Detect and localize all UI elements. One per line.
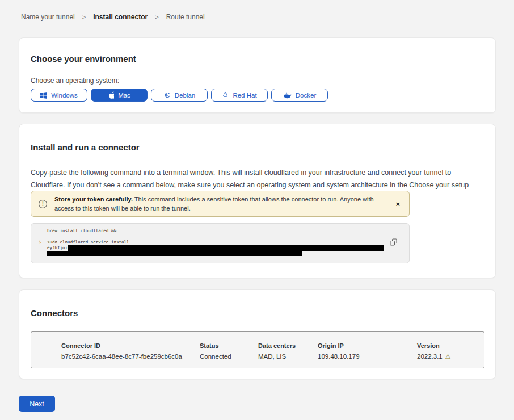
apple-icon: [108, 91, 114, 99]
os-button-label: Red Hat: [233, 92, 256, 99]
breadcrumb-install-connector[interactable]: Install connector: [93, 13, 148, 21]
close-icon[interactable]: ×: [393, 200, 402, 208]
token-prefix: eyJhIjoiO: [47, 245, 70, 250]
warning-triangle-icon: ⚠: [445, 354, 451, 360]
token-redaction-bar: [47, 251, 302, 256]
install-command-block: brew install cloudflared && $ sudo cloud…: [31, 223, 410, 263]
status-badge: Connected: [200, 353, 231, 360]
installer-card-title: Install and run a connector: [31, 142, 140, 152]
token-warning-text: Store your token carefully. This command…: [54, 195, 386, 213]
token-warning-banner: ! Store your token carefully. This comma…: [31, 191, 410, 217]
os-button-mac[interactable]: Mac: [91, 89, 148, 102]
os-select-label: Choose an operating system:: [31, 77, 119, 85]
command-line-1: brew install cloudflared &&: [47, 228, 116, 233]
token-warning-title: Store your token carefully.: [54, 196, 133, 203]
tunnel-setup-page: Name your tunnel > Install connector > R…: [0, 0, 514, 420]
breadcrumb-route-tunnel[interactable]: Route tunnel: [166, 13, 205, 21]
data-centers-value: MAD, LIS: [258, 353, 286, 360]
copy-icon[interactable]: [390, 238, 397, 246]
next-button[interactable]: Next: [19, 396, 55, 412]
column-header-data-centers: Data centers: [258, 342, 296, 349]
os-button-redhat[interactable]: Red Hat: [211, 89, 268, 102]
os-button-group: Windows Mac Debian Red Hat: [31, 89, 328, 102]
token-redaction-bar: [68, 245, 384, 251]
os-button-label: Mac: [118, 92, 130, 99]
connectors-card-title: Connectors: [31, 308, 78, 318]
os-button-docker[interactable]: Docker: [271, 89, 328, 102]
redhat-icon: [222, 91, 229, 99]
choose-environment-card: Choose your environment Choose an operat…: [19, 37, 496, 113]
install-connector-card: Install and run a connector Copy-paste t…: [19, 124, 496, 278]
origin-ip-value: 109.48.10.179: [318, 353, 360, 360]
column-header-version: Version: [417, 342, 440, 349]
os-button-label: Windows: [51, 92, 78, 99]
alert-circle-icon: !: [39, 200, 47, 208]
column-header-status: Status: [200, 342, 219, 349]
os-button-windows[interactable]: Windows: [31, 89, 87, 102]
command-line-2: sudo cloudflared service install: [47, 240, 129, 245]
shell-prompt: $: [39, 240, 41, 245]
os-button-debian[interactable]: Debian: [151, 89, 208, 102]
os-button-label: Debian: [175, 92, 195, 99]
connectors-card: Connectors Connector ID Status Data cent…: [19, 289, 496, 379]
version-cell: 2022.3.1 ⚠: [417, 353, 451, 360]
os-button-label: Docker: [296, 92, 316, 99]
column-header-connector-id: Connector ID: [61, 342, 100, 349]
breadcrumb: Name your tunnel > Install connector > R…: [21, 13, 205, 21]
breadcrumb-separator: >: [82, 14, 86, 20]
breadcrumb-separator: >: [155, 14, 158, 20]
connector-id-value: b7c52c42-6caa-48ee-8c77-fbe259cb6c0a: [61, 353, 182, 360]
version-value: 2022.3.1: [417, 353, 443, 360]
breadcrumb-name-your-tunnel[interactable]: Name your tunnel: [21, 13, 75, 21]
windows-icon: [40, 92, 47, 99]
debian-icon: [163, 91, 171, 99]
column-header-origin-ip: Origin IP: [318, 342, 344, 349]
environment-card-title: Choose your environment: [31, 54, 136, 64]
connectors-table: Connector ID Status Data centers Origin …: [31, 331, 484, 368]
docker-icon: [283, 92, 292, 99]
